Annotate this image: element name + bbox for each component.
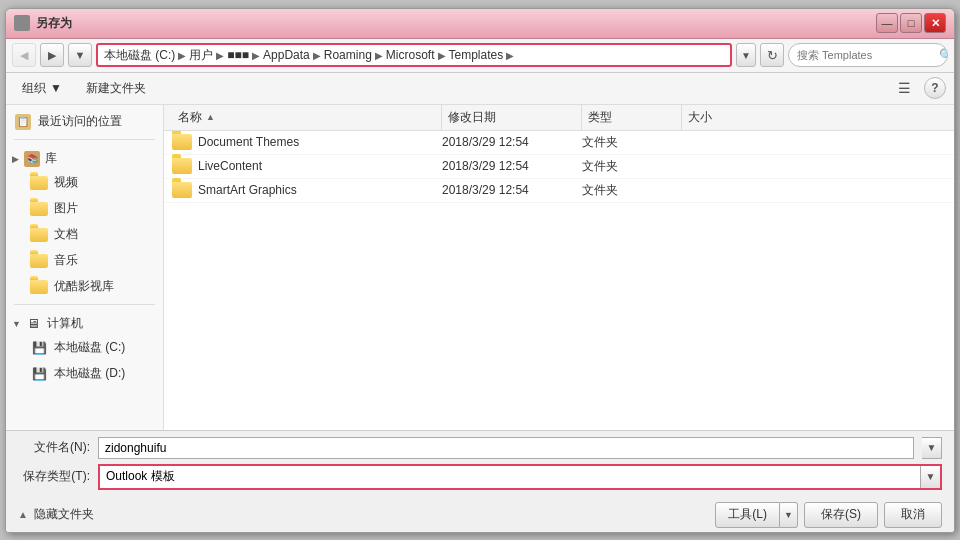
document-label: 文档 (54, 226, 78, 243)
window-controls: — □ ✕ (876, 13, 946, 33)
new-folder-label: 新建文件夹 (86, 80, 146, 97)
file-col-date-0: 2018/3/29 12:54 (442, 135, 582, 149)
sidebar-item-document[interactable]: 文档 (6, 222, 163, 248)
sort-arrow: ▲ (206, 112, 215, 122)
file-col-type-1: 文件夹 (582, 158, 682, 175)
minimize-button[interactable]: — (876, 13, 898, 33)
path-users: 用户 (189, 47, 213, 64)
close-button[interactable]: ✕ (924, 13, 946, 33)
library-icon: 📚 (23, 150, 41, 168)
sidebar-item-music[interactable]: 音乐 (6, 248, 163, 274)
back-button[interactable]: ◀ (12, 43, 36, 67)
col-header-date[interactable]: 修改日期 (442, 105, 582, 130)
path-local-disk: 本地磁盘 (C:) (104, 47, 175, 64)
document-folder-icon (30, 226, 48, 244)
sidebar-item-youku[interactable]: 优酷影视库 (6, 274, 163, 300)
maximize-button[interactable]: □ (900, 13, 922, 33)
folder-icon-0 (172, 134, 192, 150)
file-list-body: Document Themes 2018/3/29 12:54 文件夹 (164, 131, 954, 430)
path-appdata: AppData (263, 48, 310, 62)
file-col-type-0: 文件夹 (582, 134, 682, 151)
file-row-0[interactable]: Document Themes 2018/3/29 12:54 文件夹 (164, 131, 954, 155)
recent-icon: 📋 (14, 113, 32, 131)
organize-label: 组织 (22, 80, 46, 97)
sidebar-section-computer[interactable]: ▼ 🖥 计算机 (6, 309, 163, 335)
tools-dropdown-button[interactable]: ▼ (780, 502, 798, 528)
organize-button[interactable]: 组织 ▼ (14, 76, 70, 100)
file-col-name-0: Document Themes (172, 134, 442, 150)
path-microsoft: Microsoft (386, 48, 435, 62)
new-folder-button[interactable]: 新建文件夹 (78, 76, 154, 100)
youku-folder-icon (30, 278, 48, 296)
filename-label: 文件名(N): (18, 439, 90, 456)
filename-row: 文件名(N): ▼ (18, 437, 942, 459)
file-list-header: 名称 ▲ 修改日期 类型 大小 (164, 105, 954, 131)
computer-label: 计算机 (47, 315, 83, 332)
sidebar-item-picture[interactable]: 图片 (6, 196, 163, 222)
sidebar-item-local-d[interactable]: 💾 本地磁盘 (D:) (6, 361, 163, 387)
help-button[interactable]: ? (924, 77, 946, 99)
col-name-label: 名称 (178, 109, 202, 126)
sidebar-item-video[interactable]: 视频 (6, 170, 163, 196)
video-label: 视频 (54, 174, 78, 191)
music-folder-icon (30, 252, 48, 270)
sidebar-item-recent[interactable]: 📋 最近访问的位置 (6, 109, 163, 135)
main-content: 📋 最近访问的位置 ▶ 📚 库 视频 (6, 105, 954, 430)
path-templates: Templates (449, 48, 504, 62)
col-date-label: 修改日期 (448, 109, 496, 126)
file-list-container: 名称 ▲ 修改日期 类型 大小 Document Theme (164, 105, 954, 430)
address-bar: ◀ ▶ ▼ 本地磁盘 (C:) ▶ 用户 ▶ ■■■ ▶ AppData ▶ R… (6, 39, 954, 73)
file-col-type-2: 文件夹 (582, 182, 682, 199)
toolbar-right: ☰ ? (890, 76, 946, 100)
sidebar-separator-1 (14, 139, 155, 140)
path-roaming: Roaming (324, 48, 372, 62)
filetype-container: ▼ (98, 464, 942, 490)
organize-arrow: ▼ (50, 81, 62, 95)
address-path[interactable]: 本地磁盘 (C:) ▶ 用户 ▶ ■■■ ▶ AppData ▶ Roaming… (96, 43, 732, 67)
search-input[interactable] (797, 49, 935, 61)
youku-label: 优酷影视库 (54, 278, 114, 295)
recent-locations-button[interactable]: ▼ (68, 43, 92, 67)
col-type-label: 类型 (588, 109, 612, 126)
sidebar-item-local-c[interactable]: 💾 本地磁盘 (C:) (6, 335, 163, 361)
recent-label: 最近访问的位置 (38, 113, 122, 130)
folder-icon-1 (172, 158, 192, 174)
search-box: 🔍 (788, 43, 948, 67)
file-row-2[interactable]: SmartArt Graphics 2018/3/29 12:54 文件夹 (164, 179, 954, 203)
hide-arrow-icon: ▲ (18, 509, 28, 520)
save-as-dialog: 另存为 — □ ✕ ◀ ▶ ▼ 本地磁盘 (C:) ▶ 用户 ▶ ■■■ ▶ A… (5, 8, 955, 533)
filename-dropdown[interactable]: ▼ (922, 437, 942, 459)
computer-icon: 🖥 (25, 315, 43, 333)
cancel-button[interactable]: 取消 (884, 502, 942, 528)
forward-button[interactable]: ▶ (40, 43, 64, 67)
file-col-name-2: SmartArt Graphics (172, 182, 442, 198)
window-title: 另存为 (36, 15, 876, 32)
col-header-type[interactable]: 类型 (582, 105, 682, 130)
hide-folders-label: 隐藏文件夹 (34, 506, 94, 523)
filetype-input[interactable] (100, 466, 920, 488)
local-disk-c-label: 本地磁盘 (C:) (54, 339, 125, 356)
picture-folder-icon (30, 200, 48, 218)
filename-input[interactable] (98, 437, 914, 459)
toolbar: 组织 ▼ 新建文件夹 ☰ ? (6, 73, 954, 105)
tools-group: 工具(L) ▼ (715, 502, 798, 528)
music-label: 音乐 (54, 252, 78, 269)
refresh-button[interactable]: ↻ (760, 43, 784, 67)
picture-label: 图片 (54, 200, 78, 217)
view-button[interactable]: ☰ (890, 76, 918, 100)
col-header-name[interactable]: 名称 ▲ (172, 105, 442, 130)
disk-c-icon: 💾 (30, 339, 48, 357)
hide-folders-button[interactable]: ▲ 隐藏文件夹 (18, 506, 94, 523)
save-button[interactable]: 保存(S) (804, 502, 878, 528)
file-row-1[interactable]: LiveContent 2018/3/29 12:54 文件夹 (164, 155, 954, 179)
filetype-dropdown[interactable]: ▼ (920, 466, 940, 488)
folder-icon-2 (172, 182, 192, 198)
window-icon (14, 15, 30, 31)
search-icon[interactable]: 🔍 (939, 47, 948, 63)
filetype-row: 保存类型(T): ▼ (18, 464, 942, 490)
tools-button[interactable]: 工具(L) (715, 502, 780, 528)
sidebar-section-library[interactable]: ▶ 📚 库 (6, 144, 163, 170)
address-dropdown-button[interactable]: ▼ (736, 43, 756, 67)
col-header-size[interactable]: 大小 (682, 105, 762, 130)
library-label: 库 (45, 150, 57, 167)
